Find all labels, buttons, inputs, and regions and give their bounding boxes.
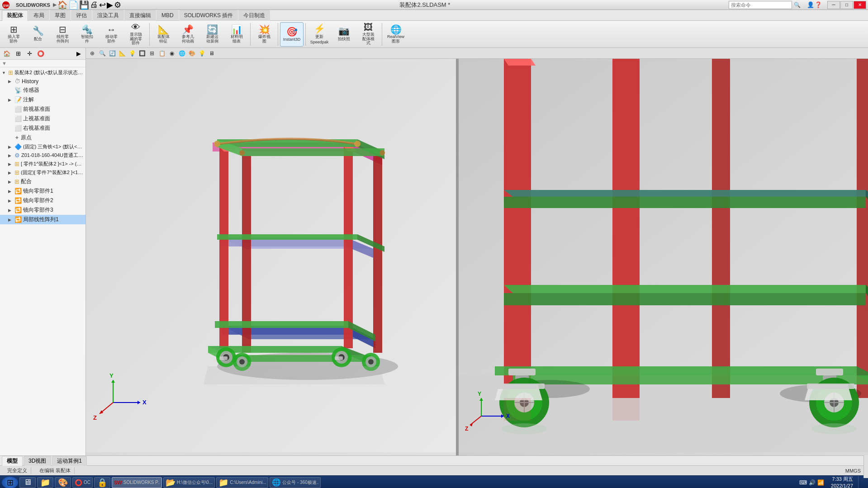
svg-text:X: X	[506, 413, 510, 419]
mate-button[interactable]: 🔧 配合	[26, 22, 50, 47]
tree-item-front-plane[interactable]: ⬜ 前视基准面	[0, 104, 85, 114]
tree-item-mates[interactable]: ▶ ⊞ 配合	[0, 177, 85, 186]
tab-sketch[interactable]: 草图	[50, 10, 71, 21]
tree-item-triangular[interactable]: ▶ 🔷 (固定) 三角铁<1> (默认<按加工>< ...	[0, 142, 85, 151]
item-label: 右视基准面	[23, 124, 50, 132]
tree-item-top-plane[interactable]: ⬜ 上视基准面	[0, 114, 85, 123]
tree-item-part1[interactable]: ▶ ⊞ [ 零件1^装配体2 ]<1> -> (默认<< ...	[0, 160, 85, 168]
ref-geometry-button[interactable]: 📌 参考几何动画	[176, 22, 199, 47]
vp-scene-btn[interactable]: 📋	[157, 49, 166, 58]
viewport-right[interactable]: X Y Z	[459, 59, 868, 455]
item-label: 注解	[23, 96, 34, 104]
tab-evaluate[interactable]: 评估	[71, 10, 92, 21]
tree-item-mirror2[interactable]: ▶ 🔁 镜向零部件2	[0, 196, 85, 205]
tree-item-wheel[interactable]: ▶ ⚙ Z01-018-160-404U普通工业轮[Z0...	[0, 151, 85, 160]
wheel-icon: ⚙	[14, 152, 20, 159]
taskbar-app-ps[interactable]: 🎨	[55, 477, 71, 488]
bom-button[interactable]: 📊 材料明细表	[225, 22, 248, 47]
tree-item-part7[interactable]: ▶ ⊞ (固定)[ 零件7^装配体2 ]<1> -> (...	[0, 168, 85, 177]
insert-component-button[interactable]: ⊞ 插入零部件	[2, 22, 25, 47]
vp-screen-btn[interactable]: 🖥	[207, 49, 216, 58]
large-assembly-button[interactable]: 🖼 大型装配体模式	[356, 22, 380, 47]
tab-3d-view[interactable]: 3D视图	[24, 456, 51, 466]
svg-rect-47	[219, 356, 228, 360]
tree-item-right-plane[interactable]: ⬜ 右视基准面	[0, 123, 85, 133]
config-btn[interactable]: ⭕	[36, 49, 46, 59]
taskbar-app-browser[interactable]: 🖥	[19, 477, 36, 488]
status-bar: 完全定义 在编辑 装配体 MMGS	[0, 465, 868, 475]
taskbar-browser[interactable]: 🌐 公众号 - 360极速...	[270, 477, 321, 488]
tab-layout[interactable]: 布局	[28, 10, 49, 21]
tree-item-history[interactable]: ▶ ⏱ History	[0, 77, 85, 85]
viewport-left[interactable]: X Y Z	[86, 59, 457, 455]
item-label: 镜向零部件1	[23, 187, 53, 195]
item-label: (固定) 三角铁<1> (默认<按加工>< ...	[23, 143, 84, 150]
tab-model[interactable]: 模型	[2, 456, 23, 466]
svg-text:Z: Z	[465, 426, 468, 432]
start-button[interactable]: ⊞	[2, 477, 18, 488]
tab-motion-study[interactable]: 运动算例1	[52, 456, 87, 466]
vp-hide-btn[interactable]: 🔲	[138, 49, 147, 58]
close-button[interactable]: ✕	[854, 1, 866, 9]
taskbar-app-secure[interactable]: 🔒	[94, 477, 110, 488]
taskbar-folder1[interactable]: 📂 H:\微信公众号\0...	[163, 477, 215, 488]
svg-point-34	[379, 150, 385, 156]
vp-zoom-region-btn[interactable]: 🔍	[98, 49, 107, 58]
new-motion-button[interactable]: 🔄 新建运动算例	[200, 22, 224, 47]
vp-realview-btn[interactable]: 🌐	[177, 49, 186, 58]
tab-mbd[interactable]: MBD	[157, 10, 179, 20]
tab-today-make[interactable]: 今日制造	[238, 10, 270, 21]
snapshot-button[interactable]: 📷 拍快照	[332, 22, 356, 47]
vp-color-btn[interactable]: 🎨	[187, 49, 196, 58]
feature-tree-btn[interactable]: ⊞	[13, 49, 23, 59]
toolbar-separator-5	[382, 23, 382, 46]
tree-item-root[interactable]: ▼ ⊞ 装配体2 (默认<默认显示状态-1>)	[0, 68, 85, 77]
expand-panel-btn[interactable]: ▶	[74, 49, 84, 59]
assembly-feature-button[interactable]: 📐 装配体特征	[152, 22, 175, 47]
svg-marker-18	[373, 156, 382, 353]
taskbar-solidworks[interactable]: SW SOLIDWORKS P...	[112, 477, 162, 488]
home-panel-btn[interactable]: 🏠	[2, 49, 12, 59]
tree-item-mirror3[interactable]: ▶ 🔁 镜向零部件3	[0, 205, 85, 215]
maximize-button[interactable]: □	[840, 1, 853, 9]
smart-fasteners-button[interactable]: 🔩 智能扣件	[75, 22, 99, 47]
speedpak-button[interactable]: ⚡ 更新Speedpak	[308, 22, 331, 47]
realview-button[interactable]: 🌐 RealView图形	[384, 22, 408, 47]
vp-camera-btn[interactable]: ◉	[167, 49, 176, 58]
tree-item-sensors[interactable]: 📡 传感器	[0, 85, 85, 95]
taskbar-app-explorer[interactable]: 📁	[37, 477, 53, 488]
svg-point-31	[214, 141, 220, 147]
explode-view-button[interactable]: 💥 爆炸视图	[252, 22, 276, 47]
search-input[interactable]	[729, 1, 792, 9]
tab-direct-edit[interactable]: 直接编辑	[124, 10, 156, 21]
tree-item-annotations[interactable]: ▶ 📝 注解	[0, 95, 85, 104]
taskbar-app-oc[interactable]: ⭕ OC	[72, 477, 93, 488]
vp-display-btn[interactable]: ⊞	[147, 49, 157, 58]
title-bar: SW SOLIDWORKS ▶ 🏠 📄 💾 🖨 ↩ ▶ ⚙ 装配体2.SLDAS…	[0, 0, 868, 10]
vp-zoom-btn[interactable]: ⊕	[88, 49, 97, 58]
property-btn[interactable]: ✛	[24, 49, 34, 59]
tab-assembly[interactable]: 装配体	[2, 10, 28, 21]
tab-sw-plugins[interactable]: SOLIDWORKS 插件	[179, 10, 238, 21]
plane-icon: ⬜	[14, 125, 22, 132]
minimize-button[interactable]: ─	[827, 1, 840, 9]
tab-render[interactable]: 渲染工具	[92, 10, 124, 21]
vp-shadow-btn[interactable]: 💡	[197, 49, 206, 58]
vp-section-btn[interactable]: 📐	[118, 49, 127, 58]
item-label: 配合	[21, 178, 32, 185]
expand-icon: ▶	[8, 171, 14, 175]
svg-text:Z: Z	[93, 414, 97, 421]
vp-rotate-btn[interactable]: 🔄	[108, 49, 117, 58]
tree-item-origin[interactable]: ✦ 原点	[0, 133, 85, 142]
tree-item-local-pattern[interactable]: ▶ 🔁 局部线性阵列1	[0, 215, 85, 224]
instant3d-button[interactable]: 🎯 Instant3D	[280, 22, 304, 47]
linear-pattern-button[interactable]: ⊟ 线性零件阵列	[51, 22, 74, 47]
history-icon: ⏱	[14, 78, 20, 85]
move-component-button[interactable]: ↔ 移动零部件	[100, 22, 123, 47]
vp-light-btn[interactable]: 💡	[128, 49, 137, 58]
show-hidden-button[interactable]: 👁 显示隐藏的零部件	[124, 22, 147, 47]
taskbar-folder2[interactable]: 📁 C:\Users\Admini...	[216, 477, 268, 488]
svg-rect-101	[612, 398, 640, 421]
tree-item-mirror1[interactable]: ▶ 🔁 镜向零部件1	[0, 186, 85, 196]
expand-icon: ▶	[8, 98, 14, 102]
